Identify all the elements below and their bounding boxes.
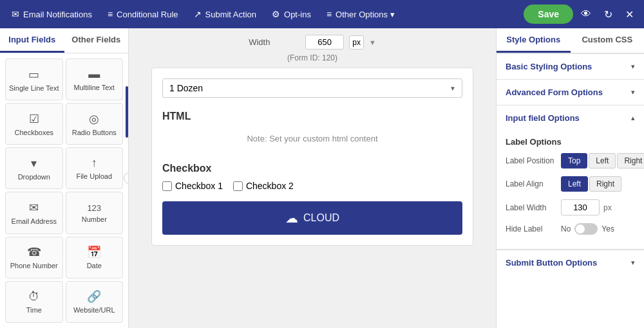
form-width-arrow[interactable]: ▼ (369, 39, 376, 46)
advanced-form-section: Advanced Form Options ▾ (497, 80, 644, 105)
basic-styling-header[interactable]: Basic Styling Options ▾ (497, 54, 644, 79)
field-multiline-label: Multiline Text (74, 84, 115, 91)
field-checkboxes[interactable]: ☑ Checkboxes (5, 103, 63, 145)
submit-label: CLOUD (303, 212, 339, 224)
nav-conditional-rule[interactable]: ≡ Conditional Rule (101, 5, 185, 23)
sidebar-tabs: Input Fields Other Fields (0, 28, 128, 53)
form-header: Width px ▼ (249, 35, 376, 50)
nav-other-options[interactable]: ≡ Other Options ▾ (320, 5, 401, 23)
advanced-form-header[interactable]: Advanced Form Options ▾ (497, 80, 644, 105)
field-phone[interactable]: ☎ Phone Number (5, 237, 63, 278)
submit-options-arrow: ▾ (631, 259, 635, 267)
tab-style-options[interactable]: Style Options (497, 28, 571, 53)
checkbox-items: Checkbox 1 Checkbox 2 (162, 181, 462, 191)
center-content: Width px ▼ (Form ID: 120) 1 Dozen HTML N… (129, 28, 496, 328)
advanced-form-arrow: ▾ (631, 88, 635, 96)
html-note: Note: Set your custom html content (162, 127, 462, 150)
main-layout: Input Fields Other Fields ▭ Single Line … (0, 28, 644, 328)
label-align-label: Label Align (506, 179, 557, 188)
email-field-icon: ✉ (29, 201, 39, 215)
field-grid: ▭ Single Line Text ▬ Multiline Text ☑ Ch… (0, 53, 128, 328)
field-dropdown[interactable]: ▾ Dropdown (5, 147, 63, 189)
form-canvas: 1 Dozen HTML Note: Set your custom html … (151, 68, 473, 246)
checkboxes-icon: ☑ (29, 112, 39, 126)
label-options-title: Label Options (506, 137, 635, 147)
field-website[interactable]: 🔗 Website/URL (66, 281, 124, 323)
field-time[interactable]: ⏱ Time (5, 281, 63, 323)
input-field-title: Input field Options (506, 113, 580, 123)
field-single-line[interactable]: ▭ Single Line Text (5, 59, 63, 100)
field-file-upload[interactable]: ↑ File Upload (66, 147, 124, 189)
label-width-label: Label Width (506, 203, 557, 212)
nav-opt-ins[interactable]: ⚙ Opt-ins (265, 5, 317, 23)
basic-styling-arrow: ▾ (631, 62, 635, 71)
checkbox-2[interactable] (233, 181, 243, 191)
tab-other-fields[interactable]: Other Fields (64, 28, 129, 53)
tab-input-fields[interactable]: Input Fields (0, 28, 64, 53)
checkbox-item-1[interactable]: Checkbox 1 (162, 181, 223, 191)
input-field-arrow: ▴ (631, 114, 635, 122)
website-icon: 🔗 (87, 289, 101, 304)
field-multiline[interactable]: ▬ Multiline Text (66, 59, 124, 100)
dropdown-icon: ▾ (31, 156, 37, 170)
phone-icon: ☎ (27, 245, 41, 259)
nav-conditional-label: Conditional Rule (117, 10, 178, 19)
input-field-header[interactable]: Input field Options ▴ (497, 105, 644, 131)
save-button[interactable]: Save (524, 5, 573, 24)
basic-styling-section: Basic Styling Options ▾ (497, 54, 644, 80)
width-unit[interactable]: px (349, 35, 364, 50)
single-line-icon: ▭ (28, 68, 39, 82)
nav-submit-action[interactable]: ↗ Submit Action (187, 5, 263, 23)
submit-options-title: Submit Button Options (506, 258, 597, 268)
label-align-buttons: Left Right (561, 176, 621, 192)
sidebar-scrollbar (126, 86, 128, 138)
field-radio[interactable]: ◎ Radio Buttons (66, 103, 124, 145)
field-email[interactable]: ✉ Email Address (5, 192, 63, 233)
field-date[interactable]: 📅 Date (66, 237, 124, 278)
refresh-button[interactable]: ↻ (599, 5, 618, 24)
basic-styling-title: Basic Styling Options (506, 62, 592, 71)
checkbox-item-2[interactable]: Checkbox 2 (233, 181, 294, 191)
label-width-row: Label Width px (506, 199, 635, 215)
field-phone-label: Phone Number (10, 262, 58, 269)
submit-options-section[interactable]: Submit Button Options ▾ (497, 250, 644, 275)
hide-label-toggle[interactable] (574, 223, 598, 235)
submit-button[interactable]: ☁ CLOUD (162, 201, 462, 235)
top-nav: ✉ Email Notifications ≡ Conditional Rule… (0, 0, 644, 28)
label-width-input[interactable] (561, 199, 600, 215)
tab-custom-css[interactable]: Custom CSS (571, 28, 645, 53)
checkbox-1[interactable] (162, 181, 172, 191)
checkbox-block-title: Checkbox (162, 163, 462, 174)
field-date-label: Date (87, 262, 102, 269)
form-dropdown[interactable]: 1 Dozen (162, 78, 462, 98)
label-position-right[interactable]: Right (617, 153, 644, 169)
input-field-section: Input field Options ▴ Label Options Labe… (497, 105, 644, 250)
checkbox-block: Checkbox Checkbox 1 Checkbox 2 (162, 163, 462, 191)
nav-email-label: Email Notifications (23, 10, 92, 19)
html-block-title: HTML (162, 111, 462, 122)
field-number[interactable]: 123 Number (66, 192, 124, 233)
checkbox-1-label: Checkbox 1 (175, 181, 223, 191)
field-email-label: Email Address (12, 217, 57, 225)
hide-label-no: No (561, 224, 571, 233)
email-icon: ✉ (12, 9, 19, 19)
html-block: HTML Note: Set your custom html content (162, 108, 462, 152)
preview-button[interactable]: 👁 (576, 5, 596, 24)
label-align-right[interactable]: Right (589, 176, 621, 192)
label-align-left[interactable]: Left (561, 176, 588, 192)
input-field-body: Label Options Label Position Top Left Ri… (497, 131, 644, 249)
label-width-unit: px (603, 203, 612, 212)
field-file-upload-label: File Upload (76, 172, 112, 180)
label-align-row: Label Align Left Right (506, 176, 635, 192)
label-position-top[interactable]: Top (561, 153, 587, 169)
file-upload-icon: ↑ (91, 156, 97, 170)
width-input[interactable] (305, 35, 344, 50)
field-number-label: Number (82, 215, 107, 223)
nav-email-notifications[interactable]: ✉ Email Notifications (5, 5, 99, 23)
form-dropdown-wrapper: 1 Dozen (162, 78, 462, 98)
close-button[interactable]: ✕ (620, 5, 639, 24)
date-icon: 📅 (87, 245, 101, 259)
hide-label-yes: Yes (601, 224, 614, 233)
label-position-left[interactable]: Left (589, 153, 616, 169)
nav-optins-label: Opt-ins (284, 10, 311, 19)
